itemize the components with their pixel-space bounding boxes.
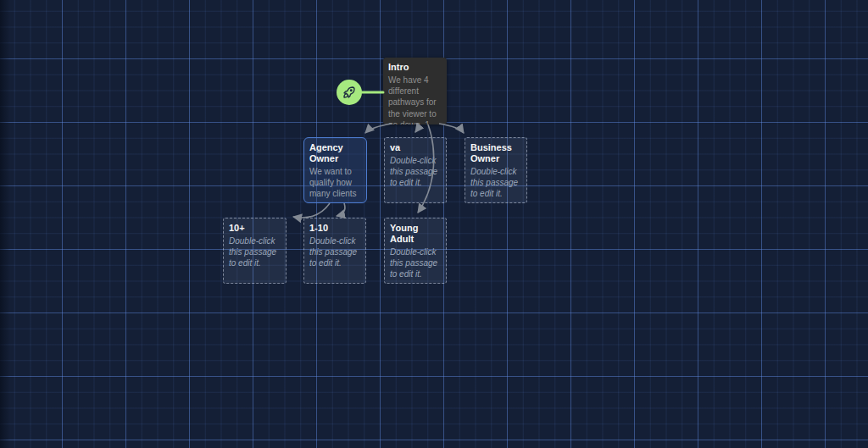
passage-intro[interactable]: Intro We have 4 different pathways for t… bbox=[383, 58, 447, 124]
passage-title: 10+ bbox=[229, 223, 281, 234]
passage-business-owner[interactable]: Business Owner Double-click this passage… bbox=[465, 137, 527, 203]
passage-agency-owner[interactable]: Agency Owner We want to qualify how many… bbox=[303, 137, 367, 203]
passage-10plus[interactable]: 10+ Double-click this passage to edit it… bbox=[223, 218, 287, 284]
passage-title: Intro bbox=[388, 62, 442, 73]
link-agency-owner-10plus bbox=[293, 203, 330, 218]
start-passage-badge bbox=[337, 80, 362, 105]
passage-excerpt: Double-click this passage to edit it. bbox=[309, 235, 360, 269]
passage-title: Agency Owner bbox=[309, 142, 361, 164]
story-map-canvas[interactable]: Intro We have 4 different pathways for t… bbox=[0, 0, 868, 448]
passage-title: Young Adult bbox=[390, 223, 441, 245]
passage-title: 1-10 bbox=[309, 223, 360, 234]
rocket-icon bbox=[342, 85, 357, 100]
passage-excerpt: We have 4 different pathways for the vie… bbox=[388, 75, 442, 124]
link-intro-va bbox=[415, 124, 420, 132]
link-agency-owner-1to10 bbox=[337, 203, 345, 216]
link-intro-agency-owner bbox=[365, 124, 392, 133]
passage-1to10[interactable]: 1-10 Double-click this passage to edit i… bbox=[303, 218, 366, 284]
passage-young-adult[interactable]: Young Adult Double-click this passage to… bbox=[384, 218, 447, 284]
passage-excerpt: Double-click this passage to edit it. bbox=[470, 166, 521, 200]
passage-title: va bbox=[390, 142, 441, 153]
passage-va[interactable]: va Double-click this passage to edit it. bbox=[384, 137, 447, 203]
passage-excerpt: Double-click this passage to edit it. bbox=[390, 246, 441, 280]
passage-title: Business Owner bbox=[470, 142, 521, 164]
passage-excerpt: We want to qualify how many clients are … bbox=[309, 166, 361, 203]
passage-excerpt: Double-click this passage to edit it. bbox=[229, 235, 281, 269]
passage-excerpt: Double-click this passage to edit it. bbox=[390, 155, 441, 189]
link-intro-business-owner bbox=[439, 124, 464, 133]
